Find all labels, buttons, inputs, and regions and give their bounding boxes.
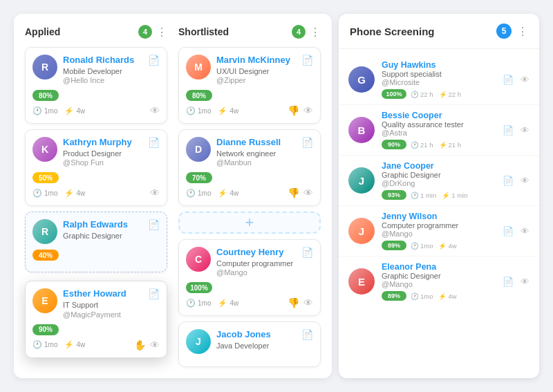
card-marvin-actions: 👎 👁 [288, 105, 313, 116]
avatar-kathryn: K [32, 137, 57, 162]
panel-meta-time1-eleanor: 🕐 1mo [411, 292, 433, 300]
card-dianne-doc-icon: 📄 [301, 137, 313, 148]
panel-more-icon[interactable]: ⋮ [517, 25, 528, 38]
card-dianne-time1: 🕐 1mo [186, 189, 211, 198]
panel-item-guy: G Guy Hawkins Support specialist @Micros… [339, 55, 539, 105]
card-marvin-meta-left: 🕐 1mo ⚡ 4w [186, 106, 238, 115]
card-esther-meta-left: 🕐 1mo ⚡ 4w [32, 340, 85, 349]
card-kathryn: K Kathryn Murphy Product Designer @Shop … [25, 129, 167, 206]
card-esther-progress: 90% [32, 324, 59, 335]
card-kathryn-role: Product Designer [63, 149, 142, 158]
eye-icon-courtney[interactable]: 👁 [303, 297, 313, 308]
thumbdown-icon-dianne[interactable]: 👎 [288, 187, 299, 198]
card-marvin-progress-row: 80% [186, 90, 313, 101]
card-dianne-company: @Manbun [216, 158, 296, 167]
panel-avatar-jane: J [348, 167, 375, 194]
column-applied-title: Applied [25, 26, 60, 37]
panel-progress-guy: 100% [382, 89, 406, 99]
panel-meta-time2-eleanor: ⚡ 4w [438, 292, 456, 300]
card-courtney-name[interactable]: Courtney Henry [216, 247, 296, 259]
avatar-dianne: D [186, 137, 211, 162]
bolt-icon-bessie: ⚡ [439, 141, 447, 149]
thumbdown-icon-marvin[interactable]: 👎 [288, 105, 299, 116]
panel-meta-jane: 🕐 1 min ⚡ 1 min [411, 192, 467, 199]
panel-eye-icon-eleanor[interactable]: 👁 [521, 277, 529, 287]
panel-name-eleanor[interactable]: Eleanor Pena [382, 262, 496, 272]
bolt-icon-k: ⚡ [64, 189, 74, 198]
card-esther-progress-row: 90% [32, 324, 160, 335]
thumbdown-icon-courtney[interactable]: 👎 [288, 297, 299, 308]
panel-avatar-bessie: B [348, 117, 375, 143]
column-shortlisted-header: Shortlisted 4 ⋮ [178, 25, 321, 39]
card-marvin-role: UX/UI Designer [216, 66, 296, 76]
card-kathryn-name[interactable]: Kathryn Murphy [63, 137, 142, 149]
column-applied: Applied 4 ⋮ R Ronald Richards Mobile Dev… [25, 25, 167, 367]
card-marvin: M Marvin McKinney UX/UI Designer @Zipper… [178, 47, 321, 124]
card-courtney-company: @Mango [216, 268, 296, 277]
panel-name-jane[interactable]: Jane Cooper [382, 161, 496, 171]
card-courtney-time2: ⚡ 4w [218, 299, 238, 308]
panel-eye-icon-jane[interactable]: 👁 [521, 176, 529, 186]
panel-meta-time2-bessie: ⚡ 21 h [439, 141, 462, 149]
panel-company-jenny: @Mango [382, 230, 496, 238]
card-dianne-role: Network engineer [216, 149, 296, 158]
card-kathryn-company: @Shop Fun [63, 158, 142, 167]
panel-company-jane: @DrKong [382, 179, 496, 187]
card-marvin-name[interactable]: Marvin McKinney [216, 55, 296, 66]
avatar-marvin: M [186, 55, 211, 80]
panel-eye-icon-jenny[interactable]: 👁 [521, 226, 529, 236]
panel-eye-icon-bessie[interactable]: 👁 [521, 125, 529, 136]
card-dianne-info: Dianne Russell Network engineer @Manbun [216, 137, 296, 167]
card-ronald-role: Mobile Developer [63, 66, 142, 76]
avatar-ralph: R [32, 219, 57, 244]
panel-avatar-guy: G [348, 66, 375, 93]
card-ronald-name[interactable]: Ronald Richards [63, 55, 142, 66]
panel-company-eleanor: @Mango [382, 280, 496, 288]
panel-meta-bessie: 🕐 21 h ⚡ 21 h [411, 141, 461, 149]
panel-progress-row-bessie: 90% 🕐 21 h ⚡ 21 h [382, 140, 496, 149]
panel-meta-time2-jenny: ⚡ 4w [438, 242, 456, 250]
bolt-icon-e: ⚡ [64, 340, 74, 349]
panel-item-bessie: B Bessie Cooper Quality assurance tester… [339, 105, 539, 156]
panel-meta-time1-guy: 🕐 22 h [411, 91, 433, 98]
panel-name-guy[interactable]: Guy Hawkins [382, 60, 496, 70]
panel-eye-icon-guy[interactable]: 👁 [521, 75, 529, 85]
panel-item-eleanor: E Eleanor Pena Graphic Designer @Mango 8… [339, 256, 539, 306]
column-shortlisted-more[interactable]: ⋮ [310, 26, 321, 39]
panel-badge: 5 [496, 24, 512, 39]
eye-icon-esther[interactable]: 👁 [150, 339, 160, 351]
panel-progress-bessie: 90% [382, 140, 406, 149]
card-kathryn-meta-left: 🕐 1mo ⚡ 4w [32, 189, 85, 198]
card-dianne-time2: ⚡ 4w [218, 189, 238, 198]
card-courtney-progress: 100% [186, 282, 212, 293]
panel-name-bessie[interactable]: Bessie Cooper [382, 111, 496, 120]
card-esther-dragging[interactable]: E Esther Howard IT Support @MagicPayment… [25, 281, 167, 357]
column-applied-badge: 4 [138, 25, 152, 39]
eye-icon-kathryn[interactable]: 👁 [150, 187, 160, 198]
card-ralph-role: Graphic Designer [63, 231, 142, 241]
card-ralph-name[interactable]: Ralph Edwards [63, 219, 142, 231]
card-courtney-actions: 👎 👁 [288, 297, 313, 308]
main-container: Applied 4 ⋮ R Ronald Richards Mobile Dev… [0, 0, 553, 392]
card-dianne-name[interactable]: Dianne Russell [216, 137, 296, 149]
card-dianne-progress: 70% [186, 172, 212, 183]
panel-role-bessie: Quality assurance tester [382, 120, 496, 129]
card-kathryn-meta: 🕐 1mo ⚡ 4w 👁 [32, 187, 160, 198]
panel-progress-jane: 93% [382, 190, 406, 200]
card-kathryn-progress: 50% [32, 172, 59, 183]
card-jacob-name[interactable]: Jacob Jones [216, 329, 296, 341]
eye-icon-marvin[interactable]: 👁 [303, 105, 313, 116]
card-esther-name[interactable]: Esther Howard [63, 288, 142, 300]
card-kathryn-info: Kathryn Murphy Product Designer @Shop Fu… [63, 137, 142, 167]
panel-name-jenny[interactable]: Jenny Wilson [382, 212, 496, 221]
eye-icon-dianne[interactable]: 👁 [303, 187, 313, 198]
drag-icon-esther[interactable]: ✋ [134, 339, 146, 351]
bolt-icon-m: ⚡ [218, 106, 227, 115]
eye-icon-ronald[interactable]: 👁 [150, 105, 160, 116]
card-courtney-meta-left: 🕐 1mo ⚡ 4w [186, 299, 238, 308]
column-applied-more[interactable]: ⋮ [156, 26, 167, 39]
add-card-button[interactable]: + [178, 212, 321, 233]
panel-avatar-jenny: J [348, 218, 375, 244]
card-esther-meta: 🕐 1mo ⚡ 4w ✋ 👁 [32, 339, 160, 351]
card-courtney-role: Computer programmer [216, 259, 296, 268]
